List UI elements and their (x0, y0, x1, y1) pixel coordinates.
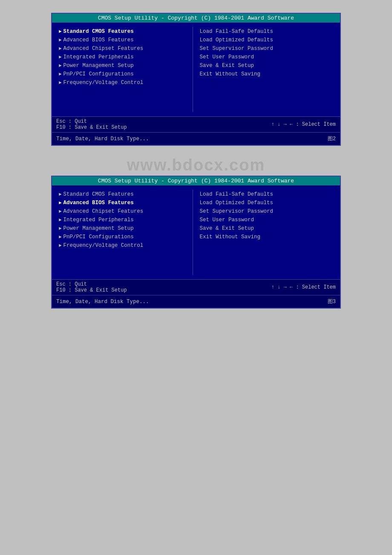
status-text-2: Time, Date, Hard Disk Type... (56, 299, 149, 305)
left-menu-item-2-6[interactable]: ►Frequency/Voltage Control (59, 243, 189, 249)
bios-footer-1: Esc : Quit F10 : Save & Exit Setup ↑ ↓ →… (52, 116, 340, 132)
arrow-icon: ► (59, 29, 62, 34)
arrow-icon: ► (59, 63, 62, 68)
watermark-area: www.bdocx.com (51, 150, 341, 176)
left-menu-item-1-2[interactable]: ►Advanced Chipset Features (59, 46, 189, 52)
bios-right-col-2: Load Fail-Safe DefaultsLoad Optimized De… (193, 190, 337, 275)
arrow-icon: ► (59, 243, 62, 248)
right-menu-item-1-2[interactable]: Set Supervisor Password (200, 46, 330, 52)
left-menu-item-1-6[interactable]: ►Frequency/Voltage Control (59, 80, 189, 86)
right-menu-item-2-1[interactable]: Load Optimized Defaults (200, 200, 330, 206)
bios-left-col-1: ►Standard CMOS Features►Advanced BIOS Fe… (55, 27, 193, 112)
bios-body-1: ►Standard CMOS Features►Advanced BIOS Fe… (52, 23, 340, 116)
right-menu-item-2-3[interactable]: Set User Password (200, 217, 330, 223)
bios-status-1: Time, Date, Hard Disk Type... 图2 (52, 132, 340, 145)
watermark-text: www.bdocx.com (127, 156, 265, 174)
left-menu-item-2-4[interactable]: ►Power Management Setup (59, 225, 189, 231)
bios-title-2: CMOS Setup Utility - Copyright (C) 1984-… (52, 176, 340, 185)
bios-title-1: CMOS Setup Utility - Copyright (C) 1984-… (52, 14, 340, 23)
right-menu-item-2-4[interactable]: Save & Exit Setup (200, 225, 330, 231)
status-text-1: Time, Date, Hard Disk Type... (56, 136, 149, 142)
left-menu-item-2-2[interactable]: ►Advanced Chipset Features (59, 208, 189, 214)
bios-left-col-2: ►Standard CMOS Features►Advanced BIOS Fe… (55, 190, 193, 275)
bios-footer-left-2: Esc : Quit F10 : Save & Exit Setup (56, 281, 127, 293)
arrow-icon: ► (59, 72, 62, 77)
left-menu-item-1-4[interactable]: ►Power Management Setup (59, 63, 189, 69)
left-menu-item-2-5[interactable]: ►PnP/PCI Configurations (59, 234, 189, 240)
fig-label-2: 图3 (328, 298, 336, 305)
bios-footer-2: Esc : Quit F10 : Save & Exit Setup ↑ ↓ →… (52, 279, 340, 295)
arrow-icon: ► (59, 200, 62, 205)
right-menu-item-1-1[interactable]: Load Optimized Defaults (200, 37, 330, 43)
left-menu-item-1-1[interactable]: ►Advanced BIOS Features (59, 37, 189, 43)
page-container: CMOS Setup Utility - Copyright (C) 1984-… (26, 13, 366, 313)
arrow-icon: ► (59, 46, 62, 51)
arrow-icon: ► (59, 38, 62, 43)
left-menu-item-1-0[interactable]: ►Standard CMOS Features (59, 29, 189, 35)
right-menu-item-2-2[interactable]: Set Supervisor Password (200, 208, 330, 214)
right-menu-item-1-0[interactable]: Load Fail-Safe Defaults (200, 29, 330, 35)
footer-esc-2: Esc : Quit (56, 281, 127, 287)
arrow-icon: ► (59, 234, 62, 240)
footer-f10-2: F10 : Save & Exit Setup (56, 287, 127, 293)
right-menu-item-1-3[interactable]: Set User Password (200, 54, 330, 60)
left-menu-item-1-5[interactable]: ►PnP/PCI Configurations (59, 71, 189, 77)
left-menu-item-1-3[interactable]: ►Integrated Peripherals (59, 54, 189, 60)
fig-label-1: 图2 (328, 135, 336, 142)
bios-status-2: Time, Date, Hard Disk Type... 图3 (52, 295, 340, 308)
bios-footer-right-1: ↑ ↓ → ← : Select Item (271, 119, 336, 130)
bios-right-col-1: Load Fail-Safe DefaultsLoad Optimized De… (193, 27, 337, 112)
bios-screen-1: CMOS Setup Utility - Copyright (C) 1984-… (51, 13, 341, 146)
left-menu-item-2-0[interactable]: ►Standard CMOS Features (59, 191, 189, 197)
right-menu-item-2-5[interactable]: Exit Without Saving (200, 234, 330, 240)
arrow-icon: ► (59, 80, 62, 85)
right-menu-item-1-4[interactable]: Save & Exit Setup (200, 63, 330, 69)
bios-footer-right-2: ↑ ↓ → ← : Select Item (271, 281, 336, 293)
arrow-icon: ► (59, 192, 62, 197)
bios-screen-2: CMOS Setup Utility - Copyright (C) 1984-… (51, 176, 341, 309)
footer-esc-1: Esc : Quit (56, 119, 127, 124)
arrow-icon: ► (59, 226, 62, 231)
arrow-icon: ► (59, 217, 62, 223)
bios-footer-left-1: Esc : Quit F10 : Save & Exit Setup (56, 119, 127, 130)
left-menu-item-2-3[interactable]: ►Integrated Peripherals (59, 217, 189, 223)
left-menu-item-2-1[interactable]: ►Advanced BIOS Features (59, 200, 189, 206)
arrow-icon: ► (59, 209, 62, 214)
right-menu-item-2-0[interactable]: Load Fail-Safe Defaults (200, 191, 330, 197)
right-menu-item-1-5[interactable]: Exit Without Saving (200, 71, 330, 77)
footer-f10-1: F10 : Save & Exit Setup (56, 124, 127, 130)
arrow-icon: ► (59, 55, 62, 60)
bios-body-2: ►Standard CMOS Features►Advanced BIOS Fe… (52, 185, 340, 279)
